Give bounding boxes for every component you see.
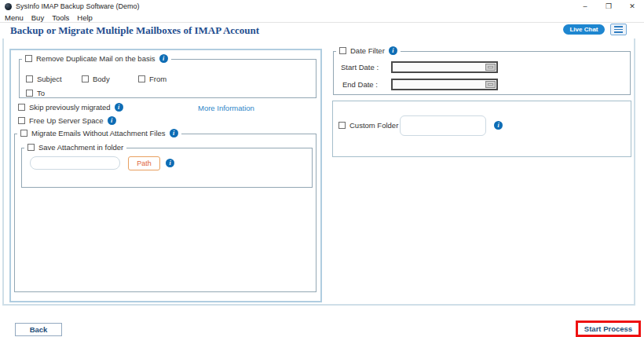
body-label: Body bbox=[93, 75, 110, 83]
custom-folder-input[interactable] bbox=[400, 115, 486, 136]
close-icon[interactable]: ✕ bbox=[620, 0, 644, 13]
remove-duplicate-checkbox[interactable] bbox=[25, 55, 32, 62]
custom-folder-checkbox[interactable] bbox=[338, 122, 346, 129]
page-title: Backup or Migrate Multiple Mailboxes of … bbox=[10, 24, 259, 37]
info-icon[interactable]: i bbox=[108, 116, 116, 125]
info-icon[interactable]: i bbox=[389, 46, 397, 55]
menu-item-tools[interactable]: Tools bbox=[52, 13, 69, 22]
window-controls: – ❐ ✕ bbox=[573, 0, 644, 13]
info-icon[interactable]: i bbox=[159, 54, 168, 63]
hamburger-line bbox=[614, 31, 623, 33]
minimize-icon[interactable]: – bbox=[573, 0, 597, 13]
date-filter-checkbox[interactable] bbox=[339, 47, 346, 54]
back-button[interactable]: Back bbox=[15, 323, 62, 336]
skip-previously-migrated-checkbox[interactable] bbox=[18, 104, 25, 111]
app-logo-icon bbox=[5, 3, 12, 10]
menu-bar: Menu Buy Tools Help bbox=[0, 13, 644, 23]
custom-folder-group: Custom Folder Name i bbox=[332, 101, 631, 157]
hamburger-line bbox=[614, 29, 623, 31]
restore-icon[interactable]: ❐ bbox=[597, 0, 620, 13]
free-up-server-space-label: Free Up Server Space bbox=[29, 116, 104, 125]
remove-duplicate-group: Remove Duplicate Mail on the basis i Sub… bbox=[19, 59, 317, 98]
start-process-button[interactable]: Start Process bbox=[576, 321, 641, 337]
path-button[interactable]: Path bbox=[128, 156, 160, 170]
live-chat-button[interactable]: Live Chat bbox=[563, 24, 605, 35]
end-date-label: End Date : bbox=[342, 80, 378, 89]
remove-duplicate-label: Remove Duplicate Mail on the basis bbox=[36, 54, 156, 63]
attachment-path-input[interactable] bbox=[30, 156, 120, 170]
info-icon[interactable]: i bbox=[166, 159, 174, 167]
info-icon[interactable]: i bbox=[115, 103, 123, 112]
menu-item-buy[interactable]: Buy bbox=[31, 13, 44, 22]
info-icon[interactable]: i bbox=[170, 129, 178, 137]
body-checkbox[interactable] bbox=[82, 75, 89, 82]
start-date-label: Start Date : bbox=[341, 63, 379, 71]
to-label: To bbox=[37, 89, 45, 97]
to-checkbox[interactable] bbox=[26, 90, 33, 97]
migrate-without-attachments-checkbox[interactable] bbox=[20, 130, 27, 137]
calendar-icon[interactable] bbox=[485, 64, 496, 71]
save-attachment-label: Save Attachment in folder bbox=[38, 143, 123, 152]
subject-label: Subject bbox=[37, 75, 62, 83]
hamburger-menu-icon[interactable] bbox=[610, 24, 627, 35]
save-attachment-group: Save Attachment in folder bbox=[21, 148, 313, 188]
hamburger-line bbox=[614, 26, 623, 27]
info-icon[interactable]: i bbox=[494, 121, 503, 130]
start-date-input[interactable] bbox=[391, 61, 498, 73]
save-attachment-checkbox[interactable] bbox=[27, 144, 35, 151]
from-label: From bbox=[149, 75, 166, 83]
calendar-icon[interactable] bbox=[485, 81, 496, 88]
from-checkbox[interactable] bbox=[138, 75, 145, 82]
date-filter-group: Date Filter i Start Date : End Date : bbox=[333, 51, 631, 95]
skip-previously-migrated-label: Skip previously migrated bbox=[29, 103, 111, 112]
subject-checkbox[interactable] bbox=[26, 75, 33, 82]
menu-item-menu[interactable]: Menu bbox=[5, 13, 24, 22]
migrate-without-attachments-label: Migrate Emails Without Attachment Files bbox=[31, 129, 166, 137]
free-up-server-space-checkbox[interactable] bbox=[18, 117, 25, 124]
date-filter-label: Date Filter bbox=[350, 46, 385, 55]
more-information-link[interactable]: More Information bbox=[198, 104, 254, 112]
window-title: SysInfo IMAP Backup Software (Demo) bbox=[16, 2, 139, 10]
menu-item-help[interactable]: Help bbox=[77, 13, 93, 22]
title-bar: SysInfo IMAP Backup Software (Demo) – ❐ … bbox=[0, 0, 644, 13]
end-date-input[interactable] bbox=[391, 79, 498, 90]
